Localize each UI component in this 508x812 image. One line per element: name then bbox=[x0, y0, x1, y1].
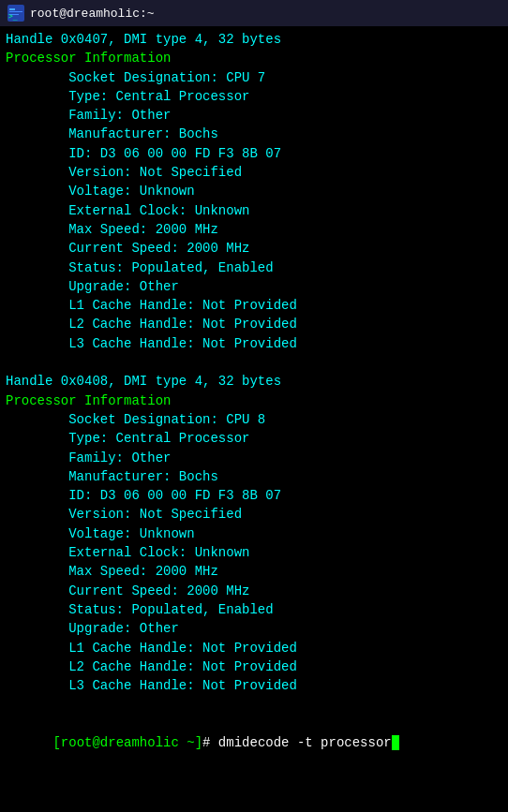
svg-rect-1 bbox=[9, 8, 15, 10]
block2-field-14: L3 Cache Handle: Not Provided bbox=[6, 676, 502, 695]
block1-field-10: Status: Populated, Enabled bbox=[6, 258, 502, 277]
block2-field-7: External Clock: Unknown bbox=[6, 543, 502, 562]
block2-field-1: Type: Central Processor bbox=[6, 429, 502, 448]
block2-field-13: L2 Cache Handle: Not Provided bbox=[6, 657, 502, 676]
block1-section-title: Processor Information bbox=[6, 49, 502, 67]
block1-field-3: Manufacturer: Bochs bbox=[6, 125, 502, 143]
block1-field-7: External Clock: Unknown bbox=[6, 201, 502, 220]
block2-field-6: Voltage: Unknown bbox=[6, 524, 502, 543]
block1-field-14: L3 Cache Handle: Not Provided bbox=[6, 334, 502, 353]
block2-field-12: L1 Cache Handle: Not Provided bbox=[6, 639, 502, 657]
block2-field-0: Socket Designation: CPU 8 bbox=[6, 410, 502, 429]
title-bar-label: root@dreamholic:~ bbox=[30, 7, 155, 21]
block1-field-8: Max Speed: 2000 MHz bbox=[6, 220, 502, 239]
block1-handle: Handle 0x0407, DMI type 4, 32 bytes bbox=[6, 30, 502, 49]
block2-field-8: Max Speed: 2000 MHz bbox=[6, 562, 502, 581]
block1-field-11: Upgrade: Other bbox=[6, 277, 502, 296]
block1-field-12: L1 Cache Handle: Not Provided bbox=[6, 296, 502, 315]
block2-field-11: Upgrade: Other bbox=[6, 619, 502, 638]
prompt-line[interactable]: [root@dreamholic ~]# dmidecode -t proces… bbox=[6, 715, 502, 772]
svg-text:>_: >_ bbox=[8, 12, 18, 21]
empty-line-2 bbox=[6, 695, 502, 714]
block1-field-5: Version: Not Specified bbox=[6, 163, 502, 182]
block1-field-0: Socket Designation: CPU 7 bbox=[6, 68, 502, 87]
block1-field-6: Voltage: Unknown bbox=[6, 182, 502, 200]
block2-section-title: Processor Information bbox=[6, 391, 502, 410]
terminal-content[interactable]: Handle 0x0407, DMI type 4, 32 bytes Proc… bbox=[0, 26, 508, 812]
block2-handle: Handle 0x0408, DMI type 4, 32 bytes bbox=[6, 372, 502, 391]
prompt-command: dmidecode -t processor bbox=[210, 735, 391, 750]
terminal-icon: >_ bbox=[7, 5, 24, 22]
block1-field-4: ID: D3 06 00 00 FD F3 8B 07 bbox=[6, 144, 502, 163]
block2-field-3: Manufacturer: Bochs bbox=[6, 467, 502, 486]
block2-field-9: Current Speed: 2000 MHz bbox=[6, 582, 502, 600]
block2-field-5: Version: Not Specified bbox=[6, 505, 502, 524]
block2-field-10: Status: Populated, Enabled bbox=[6, 600, 502, 619]
prompt-user: [root@dreamholic ~] bbox=[52, 735, 202, 750]
block1-field-9: Current Speed: 2000 MHz bbox=[6, 239, 502, 258]
block2-field-2: Family: Other bbox=[6, 449, 502, 467]
block2-field-4: ID: D3 06 00 00 FD F3 8B 07 bbox=[6, 486, 502, 505]
title-bar: >_ root@dreamholic:~ bbox=[0, 0, 508, 26]
block1-field-2: Family: Other bbox=[6, 106, 502, 125]
block1-field-13: L2 Cache Handle: Not Provided bbox=[6, 315, 502, 333]
cursor bbox=[392, 735, 399, 750]
empty-line-1 bbox=[6, 353, 502, 372]
terminal-window: >_ root@dreamholic:~ Handle 0x0407, DMI … bbox=[0, 0, 508, 812]
block1-field-1: Type: Central Processor bbox=[6, 87, 502, 106]
